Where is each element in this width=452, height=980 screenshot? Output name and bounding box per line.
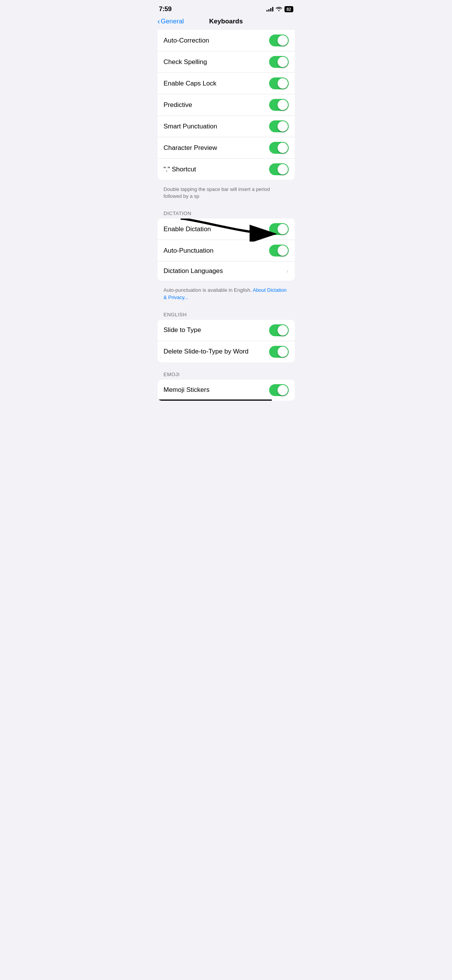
slide-to-type-toggle[interactable] xyxy=(269,324,289,336)
dictation-languages-label: Dictation Languages xyxy=(164,267,286,275)
character-preview-row[interactable]: Character Preview xyxy=(158,137,295,159)
toggle-knob xyxy=(278,35,288,46)
wifi-icon xyxy=(276,7,282,12)
delete-slide-type-row[interactable]: Delete Slide-to-Type by Word xyxy=(158,341,295,362)
settings-content: Auto-Correction Check Spelling Enable Ca… xyxy=(151,30,301,411)
delete-slide-type-label: Delete Slide-to-Type by Word xyxy=(164,348,269,355)
emoji-section-header: EMOJI xyxy=(151,365,301,380)
status-bar: 7:59 82 xyxy=(151,0,301,16)
toggle-knob xyxy=(278,245,288,256)
slide-to-type-label: Slide to Type xyxy=(164,326,269,334)
enable-caps-lock-row[interactable]: Enable Caps Lock xyxy=(158,73,295,94)
dictation-privacy-link[interactable]: About Dictation & Privacy... xyxy=(164,287,287,300)
predictive-label: Predictive xyxy=(164,101,269,109)
enable-caps-lock-label: Enable Caps Lock xyxy=(164,80,269,87)
status-icons: 82 xyxy=(266,6,293,12)
auto-correction-label: Auto-Correction xyxy=(164,37,269,44)
back-chevron-icon: ‹ xyxy=(158,17,160,26)
enable-dictation-row[interactable]: Enable Dictation xyxy=(158,219,295,240)
chevron-right-icon: › xyxy=(286,267,289,275)
toggle-knob xyxy=(278,78,288,89)
dictation-section-header: DICTATION xyxy=(151,204,301,219)
top-settings-group: Auto-Correction Check Spelling Enable Ca… xyxy=(158,30,295,180)
english-settings-group: Slide to Type Delete Slide-to-Type by Wo… xyxy=(158,320,295,362)
auto-correction-toggle[interactable] xyxy=(269,35,289,46)
toggle-knob xyxy=(278,57,288,67)
dictation-languages-row[interactable]: Dictation Languages › xyxy=(158,261,295,281)
enable-dictation-label: Enable Dictation xyxy=(164,225,269,233)
bottom-line-decoration xyxy=(158,400,272,401)
toggle-knob xyxy=(278,325,288,335)
back-label: General xyxy=(161,18,184,25)
check-spelling-toggle[interactable] xyxy=(269,56,289,68)
check-spelling-row[interactable]: Check Spelling xyxy=(158,51,295,73)
smart-punctuation-row[interactable]: Smart Punctuation xyxy=(158,116,295,137)
smart-punctuation-label: Smart Punctuation xyxy=(164,123,269,130)
back-button[interactable]: ‹ General xyxy=(158,17,184,26)
english-section-header: ENGLISH xyxy=(151,306,301,320)
period-shortcut-footer: Double tapping the space bar will insert… xyxy=(151,183,301,204)
toggle-knob xyxy=(278,385,288,395)
toggle-knob xyxy=(278,121,288,132)
toggle-knob xyxy=(278,164,288,174)
check-spelling-label: Check Spelling xyxy=(164,58,269,66)
auto-punctuation-row[interactable]: Auto-Punctuation xyxy=(158,240,295,261)
auto-correction-row[interactable]: Auto-Correction xyxy=(158,30,295,51)
predictive-row[interactable]: Predictive xyxy=(158,94,295,116)
memoji-stickers-row[interactable]: Memoji Stickers xyxy=(158,380,295,401)
period-shortcut-row[interactable]: "." Shortcut xyxy=(158,159,295,180)
toggle-knob xyxy=(278,224,288,234)
character-preview-label: Character Preview xyxy=(164,144,269,152)
memoji-stickers-toggle[interactable] xyxy=(269,384,289,396)
toggle-knob xyxy=(278,143,288,153)
status-time: 7:59 xyxy=(159,5,172,13)
toggle-knob xyxy=(278,347,288,357)
battery-icon: 82 xyxy=(284,6,293,12)
memoji-stickers-label: Memoji Stickers xyxy=(164,386,269,394)
emoji-settings-group: Memoji Stickers xyxy=(158,380,295,401)
period-shortcut-toggle[interactable] xyxy=(269,163,289,175)
character-preview-toggle[interactable] xyxy=(269,142,289,154)
toggle-knob xyxy=(278,100,288,110)
slide-to-type-row[interactable]: Slide to Type xyxy=(158,320,295,341)
auto-punctuation-toggle[interactable] xyxy=(269,245,289,257)
predictive-toggle[interactable] xyxy=(269,99,289,111)
enable-caps-lock-toggle[interactable] xyxy=(269,77,289,89)
period-shortcut-label: "." Shortcut xyxy=(164,166,269,173)
page-title: Keyboards xyxy=(209,18,243,25)
auto-punctuation-label: Auto-Punctuation xyxy=(164,247,269,255)
delete-slide-type-toggle[interactable] xyxy=(269,346,289,358)
nav-bar: ‹ General Keyboards xyxy=(151,16,301,30)
signal-bars-icon xyxy=(266,7,273,12)
enable-dictation-toggle[interactable] xyxy=(269,223,289,235)
smart-punctuation-toggle[interactable] xyxy=(269,120,289,132)
dictation-footer: Auto-punctuation is available in English… xyxy=(151,284,301,305)
dictation-settings-group: Enable Dictation Auto-Punctuation Dictat… xyxy=(158,219,295,281)
